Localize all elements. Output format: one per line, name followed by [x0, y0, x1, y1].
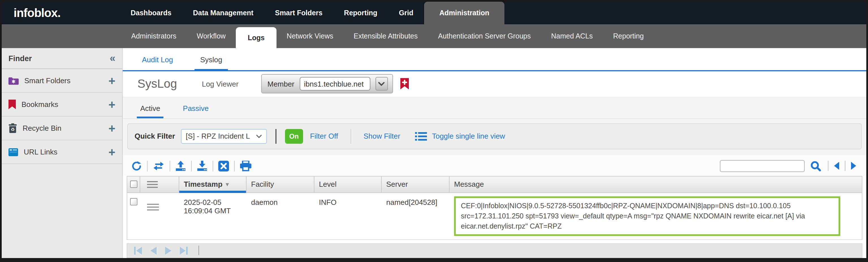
table-row[interactable]: 2025-02-05 16:09:04 GMT daemon INFO name… [127, 193, 862, 240]
column-header-timestamp[interactable]: Timestamp▾ [179, 176, 247, 192]
subnav-logs[interactable]: Logs [236, 27, 277, 48]
subnav-administrators[interactable]: Administrators [121, 24, 187, 48]
previous-page-icon[interactable] [150, 247, 157, 255]
sidebar-item-label: URL Links [24, 148, 57, 156]
subnav-extensible-attributes[interactable]: Extensible Attributes [343, 24, 428, 48]
single-line-view-icon[interactable] [415, 132, 427, 141]
tab-syslog[interactable]: Syslog [194, 55, 228, 70]
upload-icon[interactable] [175, 161, 186, 171]
column-label: Message [454, 180, 484, 188]
url-links-icon [8, 148, 18, 156]
pagination-bar [127, 243, 862, 258]
sidebar-item-label: Recycle Bin [23, 124, 61, 133]
download-icon[interactable] [197, 161, 208, 171]
nav-grid[interactable]: Grid [388, 2, 424, 24]
subnav-workflow[interactable]: Workflow [187, 24, 236, 48]
sidebar-item-url-links[interactable]: URL Links + [2, 140, 122, 164]
log-type-tabs: Audit Log Syslog [123, 48, 866, 71]
subnav-network-views[interactable]: Network Views [277, 24, 343, 48]
subnav-reporting[interactable]: Reporting [603, 24, 654, 48]
nav-reporting[interactable]: Reporting [333, 2, 388, 24]
first-page-icon[interactable] [134, 247, 142, 255]
find-next-icon[interactable] [851, 162, 856, 170]
add-bookmark-button[interactable]: + [108, 98, 115, 110]
collapse-panel-icon[interactable]: « [110, 53, 115, 63]
sidebar-item-bookmarks[interactable]: Bookmarks + [2, 93, 122, 117]
auto-refresh-icon[interactable] [153, 161, 164, 171]
next-page-icon[interactable] [165, 247, 171, 255]
subnav-named-acls[interactable]: Named ACLs [541, 24, 603, 48]
filter-on-toggle[interactable]: On [285, 129, 303, 143]
toggle-single-line-view-link[interactable]: Toggle single line view [432, 132, 505, 140]
top-nav: infoblox. Dashboards Data Management Sma… [2, 2, 866, 24]
filter-off-link[interactable]: Filter Off [310, 132, 338, 140]
nav-administration[interactable]: Administration [424, 2, 504, 24]
nav-data-management[interactable]: Data Management [182, 2, 265, 24]
add-recycle-bin-button[interactable]: + [108, 122, 115, 134]
clear-icon[interactable] [218, 161, 229, 171]
sidebar-item-label: Smart Folders [24, 77, 70, 85]
column-label: Facility [251, 180, 274, 188]
row-menu-icon[interactable] [147, 181, 158, 187]
timestamp-date: 2025-02-05 [184, 198, 242, 206]
sidebar-item-label: Bookmarks [22, 100, 58, 109]
member-selector: Member ibns1.techblue.net [261, 75, 393, 94]
page-title: SysLog [137, 77, 177, 91]
node-tabs: Active Passive [123, 97, 866, 119]
chevron-down-icon [378, 82, 384, 86]
sidebar-item-smart-folders[interactable]: Smart Folders + [2, 69, 122, 93]
tab-passive[interactable]: Passive [180, 104, 212, 118]
add-smart-folder-button[interactable]: + [108, 75, 115, 87]
sort-desc-icon: ▾ [226, 181, 229, 187]
search-icon[interactable] [810, 161, 821, 171]
logo-text: infoblox. [13, 6, 61, 20]
member-dropdown-button[interactable] [375, 77, 388, 91]
nav-dashboards[interactable]: Dashboards [120, 2, 182, 24]
log-toolbar [123, 155, 866, 176]
last-page-icon[interactable] [180, 247, 188, 255]
bookmark-plus-icon [400, 78, 408, 90]
divider [234, 161, 235, 171]
select-all-checkbox[interactable] [130, 180, 137, 188]
smart-folder-icon [8, 77, 19, 85]
drag-column-cell [140, 176, 179, 192]
tab-active[interactable]: Active [137, 104, 164, 118]
cell-facility: daemon [247, 193, 314, 239]
recycle-bin-icon: ♻ [8, 123, 17, 133]
syslog-main-panel: Audit Log Syslog SysLog Log Viewer Membe… [123, 48, 866, 258]
print-icon[interactable] [240, 161, 252, 171]
add-url-link-button[interactable]: + [108, 146, 115, 158]
select-all-cell [127, 176, 140, 192]
find-previous-icon[interactable] [834, 162, 839, 170]
tab-audit-log[interactable]: Audit Log [136, 55, 179, 70]
app-window: infoblox. Dashboards Data Management Sma… [0, 0, 868, 262]
finder-title: Finder [8, 54, 32, 62]
show-filter-link[interactable]: Show Filter [364, 132, 400, 140]
row-select-cell [127, 193, 140, 239]
subnav-auth-server-groups[interactable]: Authentication Server Groups [428, 24, 541, 48]
column-label: Level [319, 180, 337, 188]
sidebar-item-recycle-bin[interactable]: ♻ Recycle Bin + [2, 117, 122, 140]
nav-smart-folders[interactable]: Smart Folders [264, 2, 333, 24]
sub-nav-spacer [2, 24, 121, 48]
add-bookmark-page-button[interactable] [400, 78, 408, 90]
timestamp-time: 16:09:04 GMT [184, 206, 242, 215]
member-value-input[interactable]: ibns1.techblue.net [300, 77, 370, 91]
row-checkbox[interactable] [130, 198, 137, 205]
finder-panel: Finder « Smart Folders + Bookmarks + ♻ R… [2, 48, 123, 258]
divider [198, 246, 199, 256]
table-header: Timestamp▾ Facility Level Server Message [127, 176, 862, 193]
quick-filter-bar: Quick Filter [S] - RPZ Incident L On Fil… [127, 123, 862, 149]
column-header-level[interactable]: Level [314, 176, 382, 192]
column-header-server[interactable]: Server [382, 176, 450, 192]
syslog-table: Timestamp▾ Facility Level Server Message… [127, 176, 862, 240]
divider [147, 161, 148, 171]
quick-filter-select[interactable]: [S] - RPZ Incident L [181, 129, 267, 143]
svg-text:♻: ♻ [11, 127, 15, 132]
refresh-icon[interactable] [131, 161, 142, 171]
column-header-facility[interactable]: Facility [247, 176, 314, 192]
column-header-message[interactable]: Message [450, 176, 862, 192]
divider [350, 129, 351, 143]
row-menu-icon[interactable] [147, 203, 159, 210]
search-input[interactable] [720, 160, 805, 172]
